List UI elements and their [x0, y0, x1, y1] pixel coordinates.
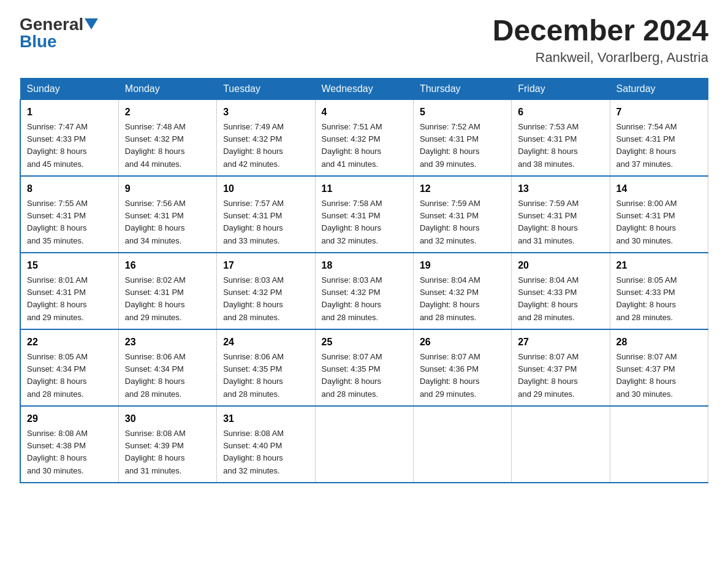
day-info: Sunrise: 8:07 AMSunset: 4:35 PMDaylight:…	[322, 352, 382, 399]
table-row: 19 Sunrise: 8:04 AMSunset: 4:32 PMDaylig…	[413, 253, 511, 329]
month-title: December 2024	[493, 15, 708, 47]
calendar-week-row: 29 Sunrise: 8:08 AMSunset: 4:38 PMDaylig…	[20, 406, 708, 483]
day-number: 27	[518, 335, 603, 350]
table-row: 22 Sunrise: 8:05 AMSunset: 4:34 PMDaylig…	[20, 329, 118, 406]
calendar-week-row: 22 Sunrise: 8:05 AMSunset: 4:34 PMDaylig…	[20, 329, 708, 406]
logo-blue: Blue	[20, 32, 57, 52]
day-info: Sunrise: 7:47 AMSunset: 4:33 PMDaylight:…	[27, 122, 88, 169]
day-number: 24	[223, 335, 308, 350]
col-saturday: Saturday	[610, 78, 708, 99]
table-row	[315, 406, 413, 483]
table-row: 28 Sunrise: 8:07 AMSunset: 4:37 PMDaylig…	[610, 329, 708, 406]
day-number: 3	[223, 105, 308, 120]
col-thursday: Thursday	[413, 78, 511, 99]
col-sunday: Sunday	[20, 78, 118, 99]
col-friday: Friday	[512, 78, 610, 99]
day-number: 7	[616, 105, 702, 120]
calendar-table: Sunday Monday Tuesday Wednesday Thursday…	[20, 78, 708, 483]
table-row: 25 Sunrise: 8:07 AMSunset: 4:35 PMDaylig…	[315, 329, 413, 406]
calendar-week-row: 15 Sunrise: 8:01 AMSunset: 4:31 PMDaylig…	[20, 253, 708, 329]
day-info: Sunrise: 7:51 AMSunset: 4:32 PMDaylight:…	[322, 122, 382, 169]
day-info: Sunrise: 7:54 AMSunset: 4:31 PMDaylight:…	[616, 122, 677, 169]
day-info: Sunrise: 7:49 AMSunset: 4:32 PMDaylight:…	[223, 122, 284, 169]
day-number: 23	[125, 335, 210, 350]
table-row: 4 Sunrise: 7:51 AMSunset: 4:32 PMDayligh…	[315, 99, 413, 176]
logo: General Blue	[20, 15, 98, 52]
day-info: Sunrise: 8:03 AMSunset: 4:32 PMDaylight:…	[223, 275, 284, 322]
day-info: Sunrise: 8:04 AMSunset: 4:33 PMDaylight:…	[518, 275, 578, 322]
day-info: Sunrise: 8:02 AMSunset: 4:31 PMDaylight:…	[125, 275, 186, 322]
title-block: December 2024 Rankweil, Vorarlberg, Aust…	[493, 15, 708, 66]
table-row: 29 Sunrise: 8:08 AMSunset: 4:38 PMDaylig…	[20, 406, 118, 483]
col-monday: Monday	[118, 78, 216, 99]
day-number: 25	[322, 335, 407, 350]
col-wednesday: Wednesday	[315, 78, 413, 99]
table-row: 14 Sunrise: 8:00 AMSunset: 4:31 PMDaylig…	[610, 176, 708, 253]
table-row: 21 Sunrise: 8:05 AMSunset: 4:33 PMDaylig…	[610, 253, 708, 329]
day-number: 26	[420, 335, 505, 350]
day-number: 16	[125, 258, 210, 273]
day-info: Sunrise: 8:07 AMSunset: 4:37 PMDaylight:…	[616, 352, 677, 399]
day-info: Sunrise: 8:08 AMSunset: 4:40 PMDaylight:…	[223, 429, 284, 475]
table-row: 26 Sunrise: 8:07 AMSunset: 4:36 PMDaylig…	[413, 329, 511, 406]
table-row	[512, 406, 610, 483]
table-row: 8 Sunrise: 7:55 AMSunset: 4:31 PMDayligh…	[20, 176, 118, 253]
day-info: Sunrise: 7:59 AMSunset: 4:31 PMDaylight:…	[420, 199, 480, 245]
table-row: 24 Sunrise: 8:06 AMSunset: 4:35 PMDaylig…	[217, 329, 315, 406]
location-title: Rankweil, Vorarlberg, Austria	[493, 50, 708, 66]
day-info: Sunrise: 8:06 AMSunset: 4:34 PMDaylight:…	[125, 352, 186, 399]
day-info: Sunrise: 8:03 AMSunset: 4:32 PMDaylight:…	[322, 275, 382, 322]
day-number: 8	[27, 182, 112, 196]
day-info: Sunrise: 7:48 AMSunset: 4:32 PMDaylight:…	[125, 122, 186, 169]
table-row: 30 Sunrise: 8:08 AMSunset: 4:39 PMDaylig…	[118, 406, 216, 483]
day-number: 13	[518, 182, 603, 196]
day-info: Sunrise: 7:52 AMSunset: 4:31 PMDaylight:…	[420, 122, 480, 169]
table-row: 9 Sunrise: 7:56 AMSunset: 4:31 PMDayligh…	[118, 176, 216, 253]
day-number: 5	[420, 105, 505, 120]
day-info: Sunrise: 8:08 AMSunset: 4:38 PMDaylight:…	[27, 429, 88, 475]
table-row: 1 Sunrise: 7:47 AMSunset: 4:33 PMDayligh…	[20, 99, 118, 176]
day-info: Sunrise: 7:58 AMSunset: 4:31 PMDaylight:…	[322, 199, 382, 245]
day-number: 22	[27, 335, 112, 350]
day-number: 1	[27, 105, 112, 120]
table-row: 18 Sunrise: 8:03 AMSunset: 4:32 PMDaylig…	[315, 253, 413, 329]
calendar-week-row: 8 Sunrise: 7:55 AMSunset: 4:31 PMDayligh…	[20, 176, 708, 253]
day-number: 17	[223, 258, 308, 273]
day-number: 30	[125, 412, 210, 426]
logo-triangle-icon	[85, 18, 98, 32]
day-info: Sunrise: 8:06 AMSunset: 4:35 PMDaylight:…	[223, 352, 284, 399]
day-info: Sunrise: 8:07 AMSunset: 4:37 PMDaylight:…	[518, 352, 578, 399]
day-number: 29	[27, 412, 112, 426]
table-row: 7 Sunrise: 7:54 AMSunset: 4:31 PMDayligh…	[610, 99, 708, 176]
page-header: General Blue December 2024 Rankweil, Vor…	[20, 15, 708, 66]
day-info: Sunrise: 8:00 AMSunset: 4:31 PMDaylight:…	[616, 199, 677, 245]
day-info: Sunrise: 8:07 AMSunset: 4:36 PMDaylight:…	[420, 352, 480, 399]
table-row: 13 Sunrise: 7:59 AMSunset: 4:31 PMDaylig…	[512, 176, 610, 253]
col-tuesday: Tuesday	[217, 78, 315, 99]
day-number: 15	[27, 258, 112, 273]
day-number: 9	[125, 182, 210, 196]
calendar-header-row: Sunday Monday Tuesday Wednesday Thursday…	[20, 78, 708, 99]
day-number: 20	[518, 258, 603, 273]
table-row: 27 Sunrise: 8:07 AMSunset: 4:37 PMDaylig…	[512, 329, 610, 406]
calendar-week-row: 1 Sunrise: 7:47 AMSunset: 4:33 PMDayligh…	[20, 99, 708, 176]
table-row: 2 Sunrise: 7:48 AMSunset: 4:32 PMDayligh…	[118, 99, 216, 176]
table-row: 31 Sunrise: 8:08 AMSunset: 4:40 PMDaylig…	[217, 406, 315, 483]
day-info: Sunrise: 8:08 AMSunset: 4:39 PMDaylight:…	[125, 429, 186, 475]
day-number: 19	[420, 258, 505, 273]
day-info: Sunrise: 7:57 AMSunset: 4:31 PMDaylight:…	[223, 199, 284, 245]
day-info: Sunrise: 8:04 AMSunset: 4:32 PMDaylight:…	[420, 275, 480, 322]
day-info: Sunrise: 7:59 AMSunset: 4:31 PMDaylight:…	[518, 199, 578, 245]
table-row: 20 Sunrise: 8:04 AMSunset: 4:33 PMDaylig…	[512, 253, 610, 329]
day-info: Sunrise: 7:53 AMSunset: 4:31 PMDaylight:…	[518, 122, 578, 169]
day-number: 18	[322, 258, 407, 273]
day-info: Sunrise: 7:56 AMSunset: 4:31 PMDaylight:…	[125, 199, 186, 245]
table-row: 5 Sunrise: 7:52 AMSunset: 4:31 PMDayligh…	[413, 99, 511, 176]
table-row: 11 Sunrise: 7:58 AMSunset: 4:31 PMDaylig…	[315, 176, 413, 253]
day-info: Sunrise: 7:55 AMSunset: 4:31 PMDaylight:…	[27, 199, 88, 245]
day-number: 31	[223, 412, 308, 426]
day-info: Sunrise: 8:05 AMSunset: 4:33 PMDaylight:…	[616, 275, 677, 322]
day-info: Sunrise: 8:01 AMSunset: 4:31 PMDaylight:…	[27, 275, 88, 322]
table-row: 6 Sunrise: 7:53 AMSunset: 4:31 PMDayligh…	[512, 99, 610, 176]
table-row: 17 Sunrise: 8:03 AMSunset: 4:32 PMDaylig…	[217, 253, 315, 329]
